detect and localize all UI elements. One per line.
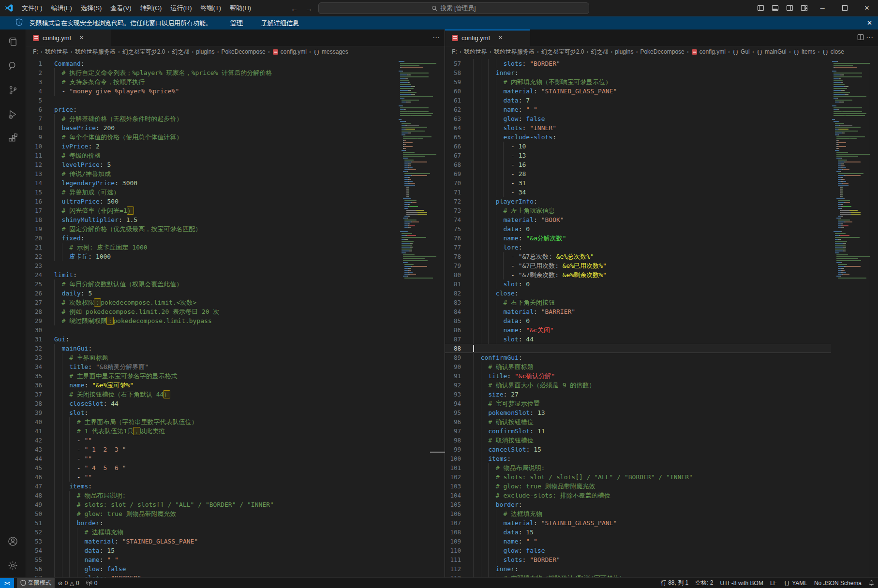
indent-guide — [488, 252, 489, 261]
ports-status[interactable]: 0 — [83, 578, 101, 588]
window-close-button[interactable]: ✕ — [856, 0, 878, 16]
indent-guide — [488, 132, 489, 142]
restricted-mode-status[interactable]: 受限模式 — [17, 578, 55, 588]
breadcrumb-item[interactable]: F: — [452, 48, 457, 55]
maximize-button[interactable] — [833, 0, 856, 16]
minimap-line — [403, 144, 406, 145]
line-number: 52 — [26, 528, 48, 537]
tab-config-yml[interactable]: config.yml ✕ — [26, 29, 111, 46]
minimap-line — [838, 167, 846, 168]
scrollbar[interactable] — [436, 59, 445, 577]
minimap-line — [836, 198, 845, 199]
breadcrumb-item[interactable]: {}Gui — [732, 48, 750, 55]
minimap[interactable] — [398, 59, 436, 577]
scrollbar[interactable] — [870, 59, 878, 577]
indent-guide — [481, 261, 481, 270]
menu-item[interactable]: 终端(T) — [196, 0, 225, 16]
breadcrumb-item[interactable]: plugins — [615, 48, 633, 55]
more-actions-icon[interactable]: ⋯ — [866, 33, 873, 42]
toggle-panel-icon[interactable] — [768, 0, 782, 16]
problems-status[interactable]: ⊘0 △0 — [55, 578, 83, 588]
indent-guide — [473, 77, 474, 87]
editor[interactable]: slots: "BORDER"inner:# 内部填充物（不影响宝可梦显示位）m… — [467, 59, 831, 577]
breadcrumb-item[interactable]: plugins — [196, 48, 214, 55]
navigate-back-icon[interactable]: ← — [289, 4, 300, 13]
explorer-icon[interactable] — [0, 29, 26, 54]
minimap-line — [402, 150, 406, 151]
indentation-status[interactable]: 空格: 2 — [692, 578, 716, 588]
toggle-sidebar-icon[interactable] — [753, 0, 768, 16]
breadcrumb-item[interactable]: PokeDecompose — [221, 48, 265, 55]
sash-handle[interactable] — [430, 452, 445, 453]
breadcrumb-item[interactable]: {}items — [793, 48, 816, 55]
minimap-line — [838, 185, 848, 186]
manage-link[interactable]: 管理 — [230, 19, 243, 28]
breadcrumb-item[interactable]: 我的世界服务器 — [75, 48, 116, 56]
code-line: cancelSlot: 15 — [467, 445, 831, 454]
minimize-button[interactable]: ─ — [811, 0, 833, 16]
eol-status[interactable]: LF — [767, 578, 780, 588]
minimap-line — [403, 156, 425, 157]
encoding-status[interactable]: UTF-8 with BOM — [717, 578, 767, 588]
language-mode-status[interactable]: {}YAML — [780, 578, 811, 588]
indent-guide — [62, 390, 62, 399]
indent-guide — [62, 417, 62, 426]
json-schema-status[interactable]: No JSON Schema — [811, 578, 865, 588]
extensions-icon[interactable] — [0, 126, 26, 150]
learn-more-link[interactable]: 了解详细信息 — [261, 19, 299, 28]
customize-layout-icon[interactable] — [797, 0, 811, 16]
indent-guide — [473, 417, 474, 426]
breadcrumb-item[interactable]: config.yml — [272, 48, 307, 55]
remote-indicator[interactable]: >< — [0, 578, 14, 588]
line-number: 67 — [445, 151, 467, 160]
breadcrumb-item[interactable]: 幻之都宝可梦2.0 — [541, 48, 584, 56]
breadcrumb-item[interactable]: 我的世界 — [464, 48, 487, 56]
tab-config-yml[interactable]: config.yml ✕ — [445, 29, 530, 46]
breadcrumb-item[interactable]: {}close — [822, 48, 844, 55]
breadcrumb-item[interactable]: {}mainGui — [757, 48, 787, 55]
breadcrumb-item[interactable]: 幻之都 — [591, 48, 608, 56]
menu-item[interactable]: 文件(F) — [17, 0, 47, 16]
account-icon[interactable] — [0, 529, 26, 553]
minimap[interactable] — [831, 59, 870, 577]
split-editor-icon[interactable] — [857, 34, 864, 42]
line-number: 106 — [445, 509, 467, 518]
menu-item[interactable]: 选择(S) — [76, 0, 106, 16]
breadcrumb-item[interactable]: config.yml — [691, 48, 726, 55]
command-center-search[interactable]: 搜索 [管理员] — [318, 2, 589, 14]
line-number: 21 — [26, 243, 48, 252]
tab-close-icon[interactable]: ✕ — [79, 34, 84, 41]
minimap-line — [406, 189, 409, 190]
editor[interactable]: Command:# 执行自定义命令列表；%player% 玩家名，%price%… — [48, 59, 398, 577]
menu-item[interactable]: 运行(R) — [166, 0, 196, 16]
run-debug-icon[interactable] — [0, 102, 26, 126]
search-sidebar-icon[interactable] — [0, 54, 26, 78]
banner-close-icon[interactable]: ✕ — [867, 19, 872, 27]
code-line: # 左上角玩家信息 — [467, 206, 831, 215]
breadcrumb-item[interactable]: 我的世界 — [45, 48, 68, 56]
breadcrumb-item[interactable]: 幻之都 — [172, 48, 189, 56]
breadcrumb-item[interactable]: 幻之都宝可梦2.0 — [122, 48, 165, 56]
indent-guide — [54, 234, 55, 243]
minimap-line — [403, 262, 408, 263]
breadcrumb-item[interactable]: PokeDecompose — [640, 48, 684, 55]
indent-guide — [488, 197, 489, 206]
source-control-icon[interactable] — [0, 78, 26, 102]
menu-item[interactable]: 查看(V) — [106, 0, 135, 16]
tab-close-icon[interactable]: ✕ — [498, 34, 503, 41]
notifications-bell[interactable] — [865, 578, 878, 588]
navigate-forward-icon[interactable]: → — [304, 4, 314, 13]
indent-guide — [69, 491, 70, 500]
menu-bar: 文件(F)编辑(E)选择(S)查看(V)转到(G)运行(R)终端(T)帮助(H) — [17, 0, 255, 16]
menu-item[interactable]: 帮助(H) — [225, 0, 255, 16]
menu-item[interactable]: 编辑(E) — [47, 0, 76, 16]
code-line: lore: — [467, 243, 831, 252]
settings-gear-icon[interactable] — [0, 553, 26, 577]
cursor-position-status[interactable]: 行 88, 列 1 — [657, 578, 692, 588]
toggle-secondary-sidebar-icon[interactable] — [782, 0, 797, 16]
breadcrumb-item[interactable]: F: — [33, 48, 38, 55]
more-actions-icon[interactable]: ⋯ — [432, 33, 440, 42]
breadcrumb-item[interactable]: {}messages — [313, 48, 348, 55]
breadcrumb-item[interactable]: 我的世界服务器 — [494, 48, 535, 56]
menu-item[interactable]: 转到(G) — [136, 0, 166, 16]
